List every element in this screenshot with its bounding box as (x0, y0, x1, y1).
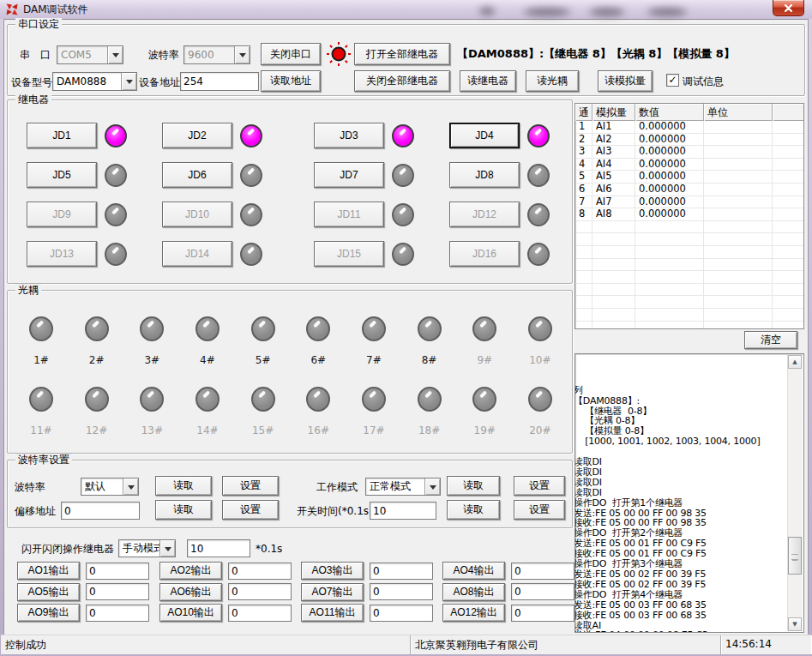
relay-button[interactable]: JD3 (314, 123, 384, 148)
col-header-unit[interactable]: 单位 (704, 104, 773, 121)
table-row[interactable] (575, 271, 803, 284)
table-row[interactable]: 5 AI5 0.000000 (575, 171, 803, 184)
col-header-channel[interactable]: 通 (575, 104, 592, 121)
relay-button[interactable]: JD4 (449, 123, 520, 148)
titlebar[interactable]: DAM调试软件 (0, 0, 812, 20)
table-row[interactable]: 2 AI2 0.000000 (575, 134, 803, 147)
read-relays-button[interactable]: 读继电器 (460, 70, 516, 92)
table-row[interactable] (575, 296, 803, 309)
scroll-up-icon[interactable] (788, 355, 802, 369)
baudrate-set-button[interactable]: 设置 (222, 476, 279, 496)
work-mode-read-button[interactable]: 读取 (447, 476, 500, 496)
relay-button[interactable]: JD5 (27, 162, 97, 188)
analog-output-button[interactable]: AO1输出 (17, 562, 80, 580)
analog-output-button[interactable]: AO10输出 (159, 604, 222, 622)
debug-log-box[interactable]: 列【DAM0888】: 【继电器 0-8】 【光耦 0-8】 【模拟量 0-8】… (574, 353, 804, 633)
analog-output-button[interactable]: AO6输出 (159, 583, 222, 601)
analog-output-input[interactable] (511, 605, 574, 622)
relay-button[interactable]: JD8 (449, 162, 520, 188)
table-row[interactable] (575, 322, 803, 330)
close-serial-button[interactable]: 关闭串口 (261, 43, 321, 65)
relay-button[interactable]: JD15 (314, 241, 384, 267)
read-analog-button[interactable]: 读模拟量 (598, 70, 653, 92)
relay-button[interactable]: JD2 (162, 123, 232, 148)
analog-output-input[interactable] (228, 563, 292, 580)
analog-output-button[interactable]: AO9输出 (17, 604, 80, 622)
col-header-analog[interactable]: 模拟量 (592, 104, 635, 121)
device-model-select[interactable]: DAM0888 (52, 72, 137, 91)
relay-button[interactable]: JD10 (162, 202, 232, 227)
clear-log-button[interactable]: 清空 (744, 331, 797, 349)
offset-set-button[interactable]: 设置 (222, 500, 279, 520)
offset-read-button[interactable]: 读取 (155, 500, 212, 520)
work-mode-select[interactable]: 正常模式 (365, 478, 441, 496)
analog-output-button[interactable]: AO4输出 (442, 562, 505, 580)
table-row[interactable] (575, 233, 803, 246)
read-opto-button[interactable]: 读光耦 (526, 70, 579, 92)
relay-button[interactable]: JD11 (314, 202, 384, 227)
chevron-down-icon[interactable] (121, 73, 136, 90)
baudrate-read-button[interactable]: 读取 (155, 476, 212, 496)
table-row[interactable] (575, 284, 803, 297)
analog-output-input[interactable] (86, 563, 149, 580)
table-row[interactable] (575, 221, 803, 234)
relay-button[interactable]: JD7 (314, 162, 384, 188)
chevron-down-icon[interactable] (424, 478, 440, 495)
close-all-relays-button[interactable]: 关闭全部继电器 (354, 70, 450, 92)
analog-output-button[interactable]: AO8输出 (442, 583, 505, 601)
relay-button[interactable]: JD13 (27, 241, 97, 267)
chevron-down-icon[interactable] (159, 540, 175, 557)
table-row[interactable]: 3 AI3 0.000000 (575, 146, 803, 159)
relay-button[interactable]: JD6 (162, 162, 232, 188)
table-row[interactable] (575, 309, 803, 322)
analog-output-button[interactable]: AO3输出 (301, 562, 364, 580)
chevron-down-icon[interactable] (123, 478, 138, 495)
serial-port-select[interactable]: COM5 (57, 45, 123, 64)
scroll-down-icon[interactable] (788, 617, 802, 631)
offset-address-input[interactable] (61, 502, 140, 520)
col-header-value[interactable]: 数值 (635, 104, 704, 121)
analog-output-input[interactable] (370, 563, 433, 580)
analog-output-button[interactable]: AO11输出 (301, 604, 364, 622)
relay-button[interactable]: JD14 (162, 241, 232, 267)
analog-output-input[interactable] (511, 563, 574, 580)
table-row[interactable]: 6 AI6 0.000000 (575, 184, 803, 196)
analog-output-button[interactable]: AO5输出 (17, 583, 80, 601)
analog-output-input[interactable] (228, 605, 292, 622)
switch-time-input[interactable] (370, 502, 436, 520)
col-header-extra[interactable] (773, 104, 803, 121)
chevron-down-icon[interactable] (234, 46, 250, 63)
relay-button[interactable]: JD12 (449, 202, 520, 227)
analog-output-input[interactable] (370, 583, 433, 600)
switch-time-read-button[interactable]: 读取 (447, 500, 500, 520)
table-row[interactable]: 4 AI4 0.000000 (575, 159, 803, 172)
log-scrollbar[interactable] (787, 355, 803, 631)
device-address-input[interactable] (180, 72, 259, 91)
table-row[interactable] (575, 246, 803, 259)
relay-button[interactable]: JD1 (27, 123, 97, 148)
work-mode-set-button[interactable]: 设置 (514, 476, 565, 496)
flash-mode-select[interactable]: 手动模式 (118, 539, 176, 557)
read-address-button[interactable]: 读取地址 (261, 70, 321, 92)
flash-time-input[interactable] (187, 539, 250, 557)
analog-output-input[interactable] (86, 605, 149, 622)
analog-output-button[interactable]: AO7输出 (301, 583, 364, 601)
analog-output-button[interactable]: AO2输出 (159, 562, 222, 580)
switch-time-set-button[interactable]: 设置 (514, 500, 565, 520)
analog-output-button[interactable]: AO12输出 (442, 604, 505, 622)
table-row[interactable]: 1 AI1 0.000000 (575, 121, 803, 134)
baudrate-cfg-select[interactable]: 默认 (81, 478, 139, 496)
analog-output-input[interactable] (370, 605, 433, 622)
analog-output-input[interactable] (86, 583, 149, 600)
chevron-down-icon[interactable] (107, 46, 123, 63)
table-row[interactable] (575, 259, 803, 272)
open-all-relays-button[interactable]: 打开全部继电器 (354, 43, 450, 65)
baudrate-select[interactable]: 9600 (183, 45, 250, 64)
analog-output-input[interactable] (228, 583, 292, 600)
scrollbar-thumb[interactable] (788, 537, 802, 575)
close-button[interactable] (773, 0, 804, 16)
analog-output-input[interactable] (511, 583, 574, 600)
debug-info-checkbox[interactable] (666, 74, 679, 87)
table-row[interactable]: 8 AI8 0.000000 (575, 208, 803, 221)
table-row[interactable]: 7 AI7 0.000000 (575, 196, 803, 209)
